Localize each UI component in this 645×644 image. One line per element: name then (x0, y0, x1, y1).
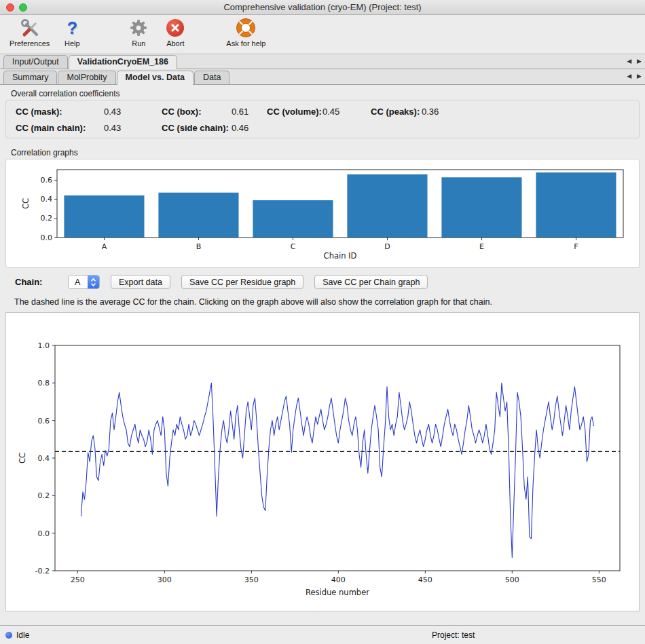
tools-icon (20, 17, 40, 39)
tab-validationcryoem-186[interactable]: ValidationCryoEM_186 (69, 55, 177, 69)
svg-text:500: 500 (505, 575, 519, 584)
svg-text:A: A (102, 242, 107, 251)
cc-per-residue-chart: 250300350400450500550-0.20.00.20.40.60.8… (6, 314, 631, 607)
toolbar-item-label: Preferences (10, 39, 50, 48)
scroll-tabs-right-icon[interactable]: ▶ (637, 73, 642, 79)
save-cc-per-chain-button[interactable]: Save CC per Chain graph (314, 275, 428, 289)
cc-box-label: CC (box): (162, 107, 232, 117)
svg-text:E: E (479, 242, 484, 251)
toolbar-item-label: Ask for help (226, 39, 265, 48)
abort-icon (166, 17, 184, 39)
project-label: Project: test (432, 630, 475, 640)
cc-mask-label: CC (mask): (16, 107, 104, 117)
cc-peaks-value: 0.36 (422, 107, 639, 117)
svg-text:C: C (291, 242, 296, 251)
cc-main-chain-value: 0.43 (104, 123, 162, 133)
abort-button[interactable]: Abort (157, 17, 194, 48)
tab-input-output[interactable]: Input/Output (3, 55, 68, 69)
svg-text:Chain ID: Chain ID (324, 251, 357, 261)
svg-text:CC: CC (18, 453, 27, 463)
svg-text:550: 550 (592, 575, 606, 584)
svg-text:400: 400 (331, 575, 346, 584)
toolbar-item-label: Abort (166, 39, 184, 48)
window-controls (6, 3, 27, 12)
model-vs-data-panel: Overall correlation coefficients CC (mas… (0, 85, 645, 625)
run-button[interactable]: Run (120, 17, 157, 48)
svg-text:350: 350 (244, 575, 259, 584)
svg-text:0.6: 0.6 (38, 417, 50, 425)
svg-text:250: 250 (71, 575, 85, 584)
svg-text:0.0: 0.0 (41, 233, 53, 242)
svg-text:0.4: 0.4 (41, 195, 53, 204)
sub-tab-bar: Summary MolProbity Model vs. Data Data ◀… (0, 69, 645, 85)
chevron-up-down-icon (88, 276, 99, 288)
cc-main-chain-label: CC (main chain): (16, 123, 104, 133)
toolbar-item-label: Help (64, 39, 80, 48)
chain-select[interactable]: A (68, 275, 100, 289)
main-tab-bar: Input/Output ValidationCryoEM_186 ◀ ▶ (0, 54, 645, 69)
gear-icon (129, 17, 148, 39)
svg-text:1.0: 1.0 (38, 341, 50, 350)
window-title: Comprehensive validation (cryo-EM) (Proj… (223, 2, 421, 12)
dashed-line-note: The dashed line is the average CC for th… (14, 297, 645, 307)
titlebar: Comprehensive validation (cryo-EM) (Proj… (0, 0, 645, 15)
svg-text:0.6: 0.6 (41, 176, 53, 185)
cc-mask-value: 0.43 (104, 107, 162, 117)
cc-box-value: 0.61 (232, 107, 267, 117)
scroll-tabs-right-icon[interactable]: ▶ (637, 58, 642, 64)
cc-per-chain-chart[interactable]: 0.00.20.40.6ABCDEFChain IDCC (7, 162, 634, 263)
section-title-correlation-graphs: Correlation graphs (11, 148, 645, 157)
cc-side-chain-label: CC (side chain): (162, 123, 232, 133)
tab-scroll-arrows: ◀ ▶ (627, 58, 642, 64)
svg-text:450: 450 (418, 575, 432, 584)
svg-text:D: D (384, 242, 390, 251)
help-button[interactable]: ? Help (54, 17, 90, 48)
app-window: Comprehensive validation (cryo-EM) (Proj… (0, 0, 645, 644)
close-window-button[interactable] (6, 3, 14, 12)
svg-text:F: F (574, 242, 578, 251)
status-indicator-icon (5, 632, 12, 639)
chain-label: Chain: (15, 277, 57, 287)
cc-side-chain-value: 0.46 (232, 123, 267, 133)
status-text: Idle (16, 630, 29, 640)
svg-text:-0.2: -0.2 (35, 567, 50, 575)
svg-text:0.2: 0.2 (41, 214, 53, 223)
svg-text:0.8: 0.8 (38, 379, 50, 387)
question-icon: ? (67, 17, 77, 39)
zoom-window-button[interactable] (19, 3, 27, 12)
ask-for-help-button[interactable]: Ask for help (222, 17, 270, 48)
tab-model-vs-data[interactable]: Model vs. Data (117, 71, 194, 85)
cc-volume-value: 0.45 (322, 107, 371, 117)
status-bar: Idle Project: test (0, 625, 645, 644)
chain-select-value: A (75, 278, 80, 287)
tab-summary[interactable]: Summary (3, 71, 57, 84)
cc-per-chain-groupbox: 0.00.20.40.6ABCDEFChain IDCC (5, 159, 640, 268)
overall-cc-groupbox: CC (mask): 0.43 CC (box): 0.61 CC (volum… (5, 100, 640, 138)
tab-molprobity[interactable]: MolProbity (58, 71, 115, 84)
tab-scroll-arrows: ◀ ▶ (627, 73, 642, 79)
save-cc-per-residue-button[interactable]: Save CC per Residue graph (181, 275, 303, 289)
cc-volume-label: CC (volume): (267, 107, 322, 117)
lifesaver-icon (236, 17, 256, 39)
cc-per-residue-panel: 250300350400450500550-0.20.00.20.40.60.8… (5, 312, 640, 611)
scroll-tabs-left-icon[interactable]: ◀ (627, 58, 631, 64)
svg-text:Residue number: Residue number (306, 588, 369, 597)
cc-peaks-label: CC (peaks): (371, 107, 422, 117)
toolbar: Preferences ? Help Run (0, 15, 645, 54)
svg-text:0.4: 0.4 (38, 454, 50, 463)
chain-controls: Chain: A Export data Save CC per Residue… (15, 275, 645, 289)
svg-text:300: 300 (158, 575, 172, 584)
svg-text:CC: CC (21, 198, 31, 209)
preferences-button[interactable]: Preferences (5, 17, 54, 48)
toolbar-item-label: Run (132, 39, 145, 48)
cc-values-grid: CC (mask): 0.43 CC (box): 0.61 CC (volum… (16, 107, 639, 133)
svg-text:0.2: 0.2 (38, 491, 50, 500)
section-title-overall-cc: Overall correlation coefficients (11, 89, 645, 98)
export-data-button[interactable]: Export data (111, 275, 170, 289)
scroll-tabs-left-icon[interactable]: ◀ (627, 73, 631, 79)
svg-text:B: B (196, 242, 202, 251)
tab-data[interactable]: Data (194, 71, 229, 84)
svg-text:0.0: 0.0 (38, 529, 50, 538)
